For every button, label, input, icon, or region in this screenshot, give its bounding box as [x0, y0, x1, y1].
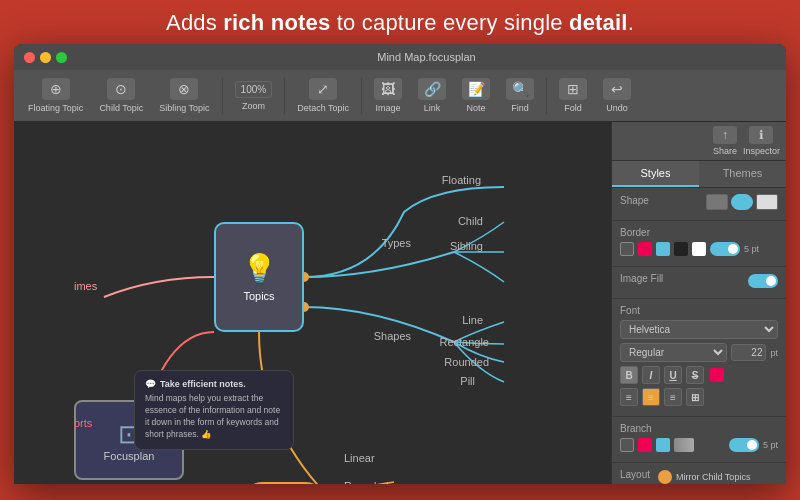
- fold-button[interactable]: ⊞ Fold: [553, 74, 593, 117]
- strikethrough-button[interactable]: S: [686, 366, 704, 384]
- border-label: Border: [620, 227, 778, 238]
- central-topic-label: Topics: [243, 290, 274, 302]
- align-left-button[interactable]: ≡: [620, 388, 638, 406]
- close-button[interactable]: [24, 52, 35, 63]
- shape-rect-button[interactable]: [706, 194, 728, 210]
- focusplan-label: Focusplan: [104, 450, 155, 462]
- image-fill-label: Image Fill: [620, 273, 663, 284]
- border-color-red[interactable]: [638, 242, 652, 256]
- font-color[interactable]: [710, 368, 724, 382]
- floating-label: Floating: [442, 174, 481, 186]
- image-fill-row: Image Fill: [620, 273, 778, 288]
- align-right-button[interactable]: ≡: [664, 388, 682, 406]
- border-color-white[interactable]: [692, 242, 706, 256]
- panel-scroll[interactable]: Shape Border: [612, 188, 786, 484]
- branch-row: 5 pt: [620, 438, 778, 452]
- font-section: Font Helvetica Regular 22 pt: [612, 299, 786, 417]
- sibling-topic-button[interactable]: ⊗ Sibling Topic: [153, 74, 215, 117]
- branches-rounded-label: Rounded: [344, 480, 389, 484]
- border-section: Border 5 pt: [612, 221, 786, 267]
- border-color-blue[interactable]: [656, 242, 670, 256]
- link-icon: 🔗: [418, 78, 446, 100]
- find-label: Find: [511, 103, 529, 113]
- shapes-label: Shapes: [374, 330, 411, 342]
- banner-middle: to capture every single: [337, 10, 569, 35]
- linear-label: Linear: [344, 452, 375, 464]
- underline-button[interactable]: U: [664, 366, 682, 384]
- border-line-style[interactable]: [620, 242, 634, 256]
- note-title-text: Take efficient notes.: [160, 379, 246, 389]
- inspector-icon: ℹ: [749, 126, 773, 144]
- layout-section: Layout Mirror Child Topics: [612, 463, 786, 484]
- shape-rounded-button[interactable]: [731, 194, 753, 210]
- font-align-row: ≡ ≡ ≡ ⊞: [620, 388, 778, 406]
- sibling-topic-icon: ⊗: [170, 78, 198, 100]
- share-button[interactable]: ↑ Share: [713, 126, 737, 156]
- rectangle-label: Rectangle: [439, 336, 489, 348]
- find-button[interactable]: 🔍 Find: [500, 74, 540, 117]
- branches-node[interactable]: Branches: [244, 482, 324, 484]
- separator1: [222, 78, 223, 114]
- floating-topic-button[interactable]: ⊕ Floating Topic: [22, 74, 89, 117]
- child-label: Child: [458, 215, 483, 227]
- shape-white-button[interactable]: [756, 194, 778, 210]
- zoom-label: Zoom: [242, 101, 265, 111]
- italic-button[interactable]: I: [642, 366, 660, 384]
- minimize-button[interactable]: [40, 52, 51, 63]
- child-topic-label: Child Topic: [99, 103, 143, 113]
- image-button[interactable]: 🖼 Image: [368, 74, 408, 117]
- central-topic[interactable]: 💡 Topics: [214, 222, 304, 332]
- branch-line-style[interactable]: [620, 438, 634, 452]
- border-color-dark[interactable]: [674, 242, 688, 256]
- find-icon: 🔍: [506, 78, 534, 100]
- zoom-value: 100%: [235, 81, 273, 98]
- branch-color-blue[interactable]: [656, 438, 670, 452]
- canvas-area[interactable]: 💡 Topics Floating Types Child Sibling Sh…: [14, 122, 611, 484]
- note-button[interactable]: 📝 Note: [456, 74, 496, 117]
- font-style-select[interactable]: Regular: [620, 343, 727, 362]
- align-justify-button[interactable]: ⊞: [686, 388, 704, 406]
- font-format-row: B I U S: [620, 366, 778, 384]
- bold-button[interactable]: B: [620, 366, 638, 384]
- branch-label: Branch: [620, 423, 778, 434]
- panel-tabs: Styles Themes: [612, 161, 786, 188]
- detach-topic-button[interactable]: ⤢ Detach Topic: [291, 74, 355, 117]
- note-icon: 📝: [462, 78, 490, 100]
- border-size: 5 pt: [744, 244, 759, 254]
- detach-topic-icon: ⤢: [309, 78, 337, 100]
- align-center-button[interactable]: ≡: [642, 388, 660, 406]
- image-fill-toggle[interactable]: [748, 274, 778, 288]
- floating-topic-label: Floating Topic: [28, 103, 83, 113]
- branch-toggle[interactable]: [729, 438, 759, 452]
- sibling-label: Sibling: [450, 240, 483, 252]
- shape-section: Shape: [612, 188, 786, 221]
- maximize-button[interactable]: [56, 52, 67, 63]
- layout-row: Layout Mirror Child Topics: [620, 469, 778, 484]
- banner-bold1: rich notes: [223, 10, 330, 35]
- share-label: Share: [713, 146, 737, 156]
- types-label: Types: [382, 237, 411, 249]
- child-topic-button[interactable]: ⊙ Child Topic: [93, 74, 149, 117]
- layout-option-label: Mirror Child Topics: [676, 472, 750, 482]
- themes-tab[interactable]: Themes: [699, 161, 786, 187]
- right-panel: ↑ Share ℹ Inspector Styles Themes Shape: [611, 122, 786, 484]
- undo-icon: ↩: [603, 78, 631, 100]
- fold-label: Fold: [564, 103, 582, 113]
- imes-label: imes: [74, 280, 97, 292]
- traffic-lights: [24, 52, 67, 63]
- border-toggle[interactable]: [710, 242, 740, 256]
- font-label: Font: [620, 305, 778, 316]
- zoom-control[interactable]: 100% Zoom: [229, 77, 279, 115]
- undo-button[interactable]: ↩ Undo: [597, 74, 637, 117]
- panel-top-bar: ↑ Share ℹ Inspector: [612, 122, 786, 161]
- separator3: [361, 78, 362, 114]
- font-name-select[interactable]: Helvetica: [620, 320, 778, 339]
- sibling-topic-label: Sibling Topic: [159, 103, 209, 113]
- banner-bold2: detail: [569, 10, 628, 35]
- link-button[interactable]: 🔗 Link: [412, 74, 452, 117]
- styles-tab[interactable]: Styles: [612, 161, 699, 187]
- branch-color-red[interactable]: [638, 438, 652, 452]
- inspector-button[interactable]: ℹ Inspector: [743, 126, 780, 156]
- branch-size: 5 pt: [763, 440, 778, 450]
- note-body: Mind maps help you extract the essence o…: [145, 393, 283, 441]
